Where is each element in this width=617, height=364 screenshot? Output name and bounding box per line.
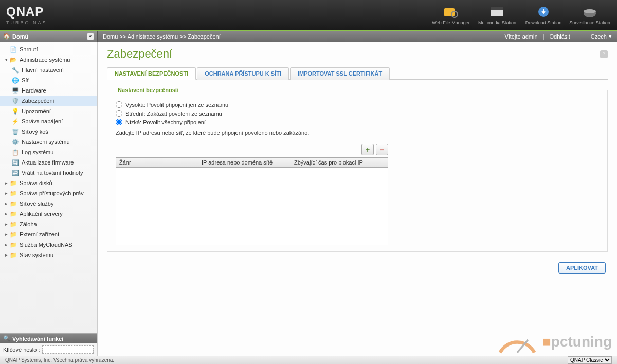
expand-icon[interactable]: ▸: [3, 199, 9, 208]
tree-item-reset[interactable]: ↩️Vrátit na tovární hodnoty: [0, 168, 97, 178]
folder-icon: 📁: [9, 199, 17, 208]
shield-icon: 🛡️: [11, 97, 20, 105]
shortcut-multimedia[interactable]: Multimedia Station: [476, 5, 518, 25]
tree-item-netservices[interactable]: ▸📁Síťové služby: [0, 198, 97, 209]
collapse-icon[interactable]: ▾: [3, 56, 9, 64]
folder-icon: 📁: [9, 230, 17, 239]
breadcrumb-security[interactable]: Zabezpečení: [188, 33, 221, 40]
expand-icon[interactable]: ▸: [3, 189, 9, 197]
tree-item-disks[interactable]: ▸📁Správa disků: [0, 178, 97, 188]
footer-bar: QNAP Systems, Inc. Všechna práva vyhraze…: [0, 356, 617, 364]
folder-icon: 📁: [9, 251, 17, 259]
home-icon: 🏠: [3, 33, 10, 40]
tree-item-external[interactable]: ▸📁Externí zařízení: [0, 229, 97, 240]
add-row-button[interactable]: +: [361, 144, 374, 155]
radio-high-input[interactable]: [116, 101, 122, 108]
logo-area: QNAP TURBO NAS: [6, 5, 47, 25]
tree-item-network[interactable]: 🌐Síť: [0, 75, 97, 85]
welcome-text: Vítejte admin: [504, 33, 537, 40]
expand-icon[interactable]: ▸: [3, 210, 9, 218]
expand-icon[interactable]: ▸: [3, 241, 9, 249]
remove-row-button[interactable]: −: [376, 144, 388, 155]
network-icon: 🌐: [11, 76, 20, 84]
radio-high[interactable]: Vysoká: Povolit připojení jen ze seznamu: [116, 101, 599, 108]
radio-low[interactable]: Nízká: Povolit všechny připojení: [116, 119, 599, 125]
shortcut-label: Surveillance Station: [569, 20, 610, 25]
table-header-row: Žánr IP adresa nebo doména sítě Zbývajíc…: [116, 158, 388, 168]
dropdown-icon[interactable]: ▾: [609, 33, 612, 40]
tree-item-log[interactable]: 📋Log systému: [0, 147, 97, 157]
log-icon: 📋: [11, 148, 20, 156]
tree-item-backup[interactable]: ▸📁Záloha: [0, 219, 97, 229]
radio-medium-input[interactable]: [116, 110, 122, 117]
magnify-icon: 🔍: [3, 335, 10, 342]
col-remaining[interactable]: Zbývající čas pro blokaci IP: [291, 158, 388, 167]
search-input[interactable]: [42, 345, 94, 354]
breadcrumb-admin[interactable]: Adinistrace systému: [128, 33, 178, 40]
tab-bar: NASTAVENÍ BEZPEČNOSTI OCHRANA PŘÍSTUPU K…: [107, 67, 608, 80]
radio-low-label: Nízká: Povolit všechny připojení: [125, 119, 206, 125]
expand-icon[interactable]: ▸: [3, 220, 9, 228]
svg-rect-3: [491, 7, 503, 10]
hint-text: Zadejte IP adresu nebo síť, ze které bud…: [116, 130, 599, 136]
tree-item-power[interactable]: ⚡Správa napájení: [0, 116, 97, 126]
table-toolbar: + −: [116, 144, 388, 155]
theme-select[interactable]: QNAP Classic: [568, 356, 612, 364]
radio-high-label: Vysoká: Povolit připojení jen ze seznamu: [125, 102, 228, 108]
reset-icon: ↩️: [11, 169, 20, 177]
tree-item-status[interactable]: ▸📁Stav systému: [0, 250, 97, 260]
logo-text: QNAP: [6, 5, 47, 19]
page-title: Zabezpečení: [107, 47, 172, 61]
help-icon[interactable]: ?: [600, 50, 608, 58]
tree-item-recycle[interactable]: 🗑️Síťový koš: [0, 126, 97, 137]
shortcut-web-file-manager[interactable]: Web File Manager: [430, 5, 472, 25]
update-icon: 🔄: [11, 158, 20, 167]
breadcrumb-home[interactable]: Domů: [103, 33, 118, 40]
table-body-empty: [116, 168, 388, 245]
tree-item-general[interactable]: 🔧Hlavní nastavení: [0, 65, 97, 75]
tree-item-security[interactable]: 🛡️Zabezpečení: [0, 96, 97, 106]
copyright-text: QNAP Systems, Inc. Všechna práva vyhraze…: [5, 357, 114, 363]
language-label[interactable]: Czech: [591, 33, 607, 40]
shortcut-label: Web File Manager: [432, 20, 469, 25]
settings-icon: 🔧: [11, 66, 20, 74]
search-label: Klíčové heslo :: [3, 347, 40, 353]
tab-ssl-import[interactable]: IMPORTOVAT SSL CERTIFIKÁT: [290, 67, 390, 80]
search-header: 🔍 Vyhledávání funkcí: [0, 334, 97, 343]
radio-medium[interactable]: Střední: Zakázat povolení ze seznamu: [116, 110, 599, 117]
sidebar-title-text: Domů: [12, 33, 28, 40]
expand-icon[interactable]: ▸: [3, 251, 9, 259]
tree-item-appservers[interactable]: ▸📁Aplikační servery: [0, 209, 97, 219]
radio-low-input[interactable]: [116, 119, 122, 125]
power-icon: ⚡: [11, 117, 20, 125]
col-genre[interactable]: Žánr: [116, 158, 198, 167]
header-shortcuts: Web File Manager Multimedia Station Down…: [430, 5, 611, 25]
folder-icon: 📁: [9, 210, 17, 218]
folder-icon: 📁: [9, 189, 17, 197]
tree-item-firmware[interactable]: 🔄Aktualizace firmware: [0, 157, 97, 168]
tree-item-summary[interactable]: 📄Shrnutí: [0, 44, 97, 54]
shortcut-download[interactable]: Download Station: [522, 5, 565, 25]
tab-security-settings[interactable]: NASTAVENÍ BEZPEČNOSTI: [107, 67, 196, 80]
hardware-icon: 🖥️: [11, 86, 20, 95]
tree-item-alerts[interactable]: 💡Upozornění: [0, 106, 97, 116]
tree-item-system[interactable]: ⚙️Nastavení systému: [0, 137, 97, 147]
shortcut-label: Multimedia Station: [478, 20, 516, 25]
shortcut-label: Download Station: [525, 20, 562, 25]
ip-table: Žánr IP adresa nebo doména sítě Zbývajíc…: [116, 157, 388, 245]
tab-network-protection[interactable]: OCHRANA PŘÍSTUPU K SÍTI: [197, 67, 289, 80]
tree-item-mycloud[interactable]: ▸📁Služba MyCloudNAS: [0, 240, 97, 250]
collapse-sidebar-button[interactable]: «: [87, 33, 94, 40]
logout-link[interactable]: Odhlásit: [549, 33, 570, 40]
col-ip[interactable]: IP adresa nebo doména sítě: [198, 158, 291, 167]
shortcut-surveillance[interactable]: Surveillance Station: [569, 5, 611, 25]
expand-icon[interactable]: ▸: [3, 179, 9, 187]
apply-button[interactable]: APLIKOVAT: [558, 262, 606, 274]
page-title-row: Zabezpečení ?: [107, 47, 608, 61]
tree-item-access[interactable]: ▸📁Správa přístupových práv: [0, 188, 97, 198]
expand-icon[interactable]: ▸: [3, 230, 9, 239]
top-header: QNAP TURBO NAS Web File Manager Multimed…: [0, 0, 617, 31]
tree-item-admin[interactable]: ▾📂Adinistrace systému: [0, 54, 97, 65]
radio-medium-label: Střední: Zakázat povolení ze seznamu: [125, 111, 222, 117]
tree-item-hardware[interactable]: 🖥️Hardware: [0, 85, 97, 96]
